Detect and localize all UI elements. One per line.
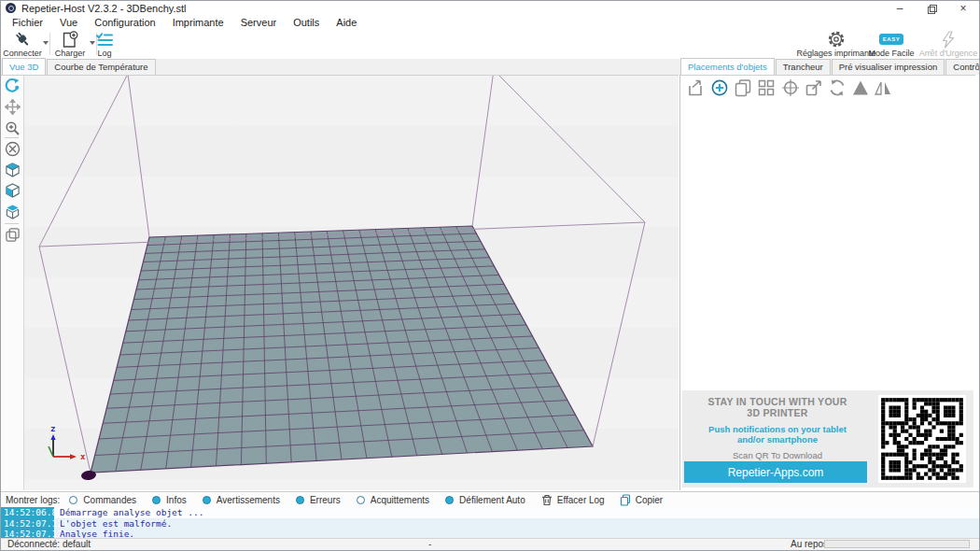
tab-pre-visualiser[interactable]: Pré visualiser impression [832,59,945,75]
radio-avertissements[interactable] [203,496,211,504]
connect-plug-icon [11,31,34,48]
status-bar: Déconnecté: default - Au repos [1,538,979,550]
log-filter-acquittements[interactable]: Acquittements [357,495,429,505]
log-list-icon [95,31,114,48]
log-row: 14:52:06.887Démarrage analyse objet ... [1,507,979,518]
emergency-stop-button: Arrêt d'Urgence [917,31,979,58]
svg-text:x: x [80,452,86,461]
drop-object-icon[interactable] [851,78,870,97]
promo-heading-line2: 3D PRINTER [686,407,869,418]
center-object-icon[interactable] [781,78,800,97]
progress-bar [824,540,970,548]
log-filter-defilement-auto[interactable]: Défilement Auto [445,495,525,505]
clear-log-button[interactable]: Effacer Log [541,494,605,506]
connection-status: Déconnecté: default [7,539,91,549]
log-row: 14:52:07.121L'objet est malformé. [1,518,979,530]
printer-state: Au repos [791,539,828,549]
minimize-button[interactable]: – [884,1,916,15]
radio-acquittements[interactable] [357,496,365,504]
promo-sub-line2: and/or smartphone [686,434,869,445]
object-toolbar [680,76,975,100]
log-message: Démarrage analyse objet ... [54,507,203,518]
radio-defilement-auto[interactable] [445,496,454,504]
log-filter-avertissements[interactable]: Avertissements [203,495,280,505]
menu-aide[interactable]: Aide [328,17,365,28]
copy-log-label: Copier [636,495,663,505]
copy-object-icon[interactable] [734,78,752,97]
easy-mode-label: Mode Facile [868,49,914,58]
radio-erreurs[interactable] [296,496,304,504]
menu-fichier[interactable]: Fichier [4,17,51,28]
rotate-view-icon[interactable] [4,78,21,94]
menu-imprimante[interactable]: Imprimante [164,17,232,28]
menu-outils[interactable]: Outils [285,17,328,28]
log-filter-infos[interactable]: Infos [152,495,187,505]
connect-button[interactable]: Connecter [3,31,42,58]
log-filter-label: Commandes [83,495,136,505]
tab-vue-3d[interactable]: Vue 3D [2,58,46,75]
status-center: - [428,539,431,549]
autoposition-icon[interactable] [757,78,776,97]
printer-settings-button[interactable]: Réglages imprimante [796,31,876,58]
projection-mode-icon[interactable] [4,226,21,243]
view-tabstrip: Vue 3D Courbe de Température [1,59,679,75]
trash-icon [541,494,553,506]
tab-placements-objets[interactable]: Placements d'objets [680,58,775,75]
fit-view-icon[interactable] [4,140,21,157]
load-label: Charger [55,49,86,58]
menu-serveur[interactable]: Serveur [232,17,286,28]
log-output[interactable]: 14:52:06.887Démarrage analyse objet ... … [1,507,979,540]
app-logo-icon [6,3,16,13]
menu-configuration[interactable]: Configuration [86,17,163,28]
window-title: Repetier-Host V2.3.2 - 3DBenchy.stl [21,3,186,14]
export-object-icon[interactable] [686,78,705,97]
svg-text:z: z [50,424,55,433]
tab-trancheur[interactable]: Trancheur [776,59,831,75]
tab-courbe-temperature[interactable]: Courbe de Température [47,59,155,75]
title-bar: Repetier-Host V2.3.2 - 3DBenchy.stl – × [1,1,979,15]
log-filter-commandes[interactable]: Commandes [69,495,136,505]
log-timestamp: 14:52:06.887 [1,507,54,518]
isometric-view-icon[interactable] [4,162,21,178]
restore-button[interactable] [916,1,947,15]
rotate-object-icon[interactable] [828,78,847,97]
log-toolbar-label: Montrer logs: [6,495,60,505]
qr-code [878,395,966,483]
copy-log-button[interactable]: Copier [620,494,663,506]
load-file-icon [61,31,79,48]
scale-object-icon[interactable] [805,78,823,97]
clear-log-label: Effacer Log [557,495,605,505]
log-filter-erreurs[interactable]: Erreurs [296,495,341,505]
main-toolbar: Connecter Charger Log Réglages imprimant… [1,30,979,60]
radio-commandes[interactable] [69,496,77,504]
radio-infos[interactable] [152,496,161,504]
log-timestamp: 14:52:07.121 [1,518,54,530]
connect-dropdown-arrow[interactable] [43,41,49,45]
promo-scan-text: Scan QR To Download [686,450,869,460]
promo-sub-line1: Push notifications on your tablet [686,424,869,434]
tab-controle-manuel[interactable]: Contrôle Manuel [945,59,980,75]
zoom-view-icon[interactable] [4,120,21,136]
log-message: L'objet est malformé. [54,518,172,530]
easy-mode-button[interactable]: EASY Mode Facile [866,31,917,58]
viewport-3d[interactable]: zx [1,75,679,490]
front-view-icon[interactable] [4,182,21,199]
toggle-log-button[interactable]: Log [91,31,119,58]
emergency-stop-label: Arrêt d'Urgence [919,49,978,58]
close-button[interactable]: × [947,1,979,15]
view-toolbar [1,76,24,490]
repetier-apps-button[interactable]: Repetier-Apps.com [684,461,867,483]
promo-box: STAY IN TOUCH WITH YOUR 3D PRINTER Push … [682,390,973,487]
pan-view-icon[interactable] [4,98,21,115]
easy-mode-badge: EASY [879,34,903,45]
log-filter-label: Défilement Auto [459,495,525,505]
load-button[interactable]: Charger [51,31,89,58]
log-filter-label: Avertissements [217,495,280,505]
top-view-icon[interactable] [4,204,21,220]
copy-icon [620,494,631,506]
log-filter-label: Acquittements [371,495,429,505]
menu-vue[interactable]: Vue [51,17,86,28]
add-object-icon[interactable] [710,78,729,97]
mirror-object-icon[interactable] [874,78,892,97]
menu-bar: Fichier Vue Configuration Imprimante Ser… [1,15,979,30]
